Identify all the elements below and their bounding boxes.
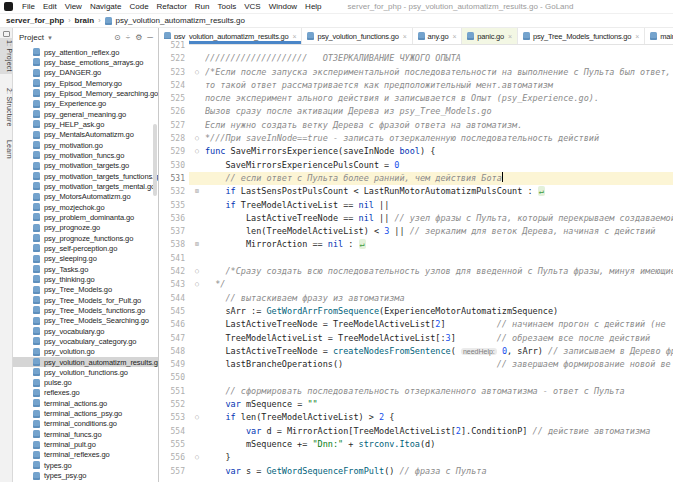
tree-file-terminal_reflexes.go[interactable]: terminal_reflexes.go [13,450,158,460]
menu-navigate[interactable]: Navigate [86,2,126,11]
settings-icon[interactable]: ⚙ [135,34,142,42]
tree-file-psy_prognoze.go[interactable]: psy_prognoze.go [13,223,158,233]
fold-marker-icon[interactable]: ⊞ [189,238,205,251]
tree-file-terminal_funcs.go[interactable]: terminal_funcs.go [13,429,158,439]
tree-file-terminal_actions.go[interactable]: terminal_actions.go [13,398,158,408]
tree-file-types.go[interactable]: types.go [13,460,158,470]
code-line-548[interactable]: 548 LastActiveTreeNode = createNodesFrom… [159,345,673,358]
code-line-556[interactable]: 556○ } [159,451,673,464]
fold-marker-icon[interactable]: ○ [189,145,205,158]
code-line-547[interactable]: 547 TreeModelActiveList = TreeModelActiv… [159,332,673,345]
project-tree-scrollbar[interactable] [153,124,157,196]
project-panel-title[interactable]: Project [19,33,44,42]
code-line-545[interactable]: 545 sArr := GetWordArrFromSequence(Exper… [159,305,673,318]
fold-marker-icon[interactable]: ○ [189,132,205,145]
chevron-down-icon[interactable]: ▼ [47,35,53,41]
tree-file-psy_DANGER.go[interactable]: psy_DANGER.go [13,68,158,78]
tree-file-types_psy.go[interactable]: types_psy.go [13,470,158,480]
menu-code[interactable]: Code [125,2,152,11]
code-line-532[interactable]: 532⊞ if LastSensPostPulsCount < LastRunM… [159,185,673,198]
menu-help[interactable]: Help [301,2,325,11]
code-line-523[interactable]: 523○/*Если после запуска экспериментальн… [159,66,673,79]
tree-file-psy_vocabulary.go[interactable]: psy_vocabulary.go [13,326,158,336]
tree-file-psy_Episod_Memory.go[interactable]: psy_Episod_Memory.go [13,78,158,88]
code-line-557[interactable]: 557 var s = GetWordSequenceFromPult() //… [159,465,673,478]
tree-file-psy_thinking.go[interactable]: psy_thinking.go [13,274,158,284]
tree-file-psy_motivation.go[interactable]: psy_motivation.go [13,140,158,150]
tool-window-button-project[interactable]: 1: Project [0,38,13,74]
tree-file-psy_vocabulary_category.go[interactable]: psy_vocabulary_category.go [13,336,158,346]
tree-file-psy_Experience.go[interactable]: psy_Experience.go [13,99,158,109]
tree-file-psy_attention_reflex.go[interactable]: psy_attention_reflex.go [13,47,158,57]
breadcrumb-item[interactable]: server_for_php [6,16,64,25]
tree-file-psy_general_meaning.go[interactable]: psy_general_meaning.go [13,109,158,119]
code-line-528[interactable]: 528○*///При saveInNode==true - записать … [159,132,673,145]
tree-file-psy_Episod_Memory_searching.go[interactable]: psy_Episod_Memory_searching.go [13,88,158,98]
code-line-529[interactable]: 529○func SaveMirrorsExperience(saveInNod… [159,145,673,158]
code-editor[interactable]: 521522//////////////////// ОТЗЕРКАЛИВАНИ… [159,39,673,482]
fold-marker-icon[interactable]: ○ [189,411,205,424]
code-line-538[interactable]: 538⊞ MirrorAction == nil : ↵ [159,238,673,251]
tree-file-psy_Tasks.go[interactable]: psy_Tasks.go [13,264,158,274]
code-line-522[interactable]: 522//////////////////// ОТЗЕРКАЛИВАНИЕ Ч… [159,52,673,65]
tree-file-psy_HELP_ask.go[interactable]: psy_HELP_ask.go [13,119,158,129]
code-line-551[interactable]: 551 // сформировать последовательность о… [159,385,673,398]
tree-file-psy_Tree_Models.go[interactable]: psy_Tree_Models.go [13,285,158,295]
tree-file-psy_motivation_targets_functions.go[interactable]: psy_motivation_targets_functions.go [13,171,158,181]
menu-file[interactable]: File [18,2,39,11]
tool-window-button-learn[interactable]: Learn [0,138,13,161]
code-line-535[interactable]: 535 if TreeModelActiveList == nil || [159,199,673,212]
tree-file-psy_problem_dominanta.go[interactable]: psy_problem_dominanta.go [13,212,158,222]
tree-file-psy_MotorsAutomatizm.go[interactable]: psy_MotorsAutomatizm.go [13,192,158,202]
tree-file-psy_volution_functions.go[interactable]: psy_volution_functions.go [13,367,158,377]
menu-edit[interactable]: Edit [39,2,61,11]
code-line-541[interactable]: 541 [159,252,673,265]
menu-run[interactable]: Run [191,2,214,11]
code-line-537[interactable]: 537 len(TreeModelActiveList) < 3 || // з… [159,225,673,238]
tree-file-reflexes.go[interactable]: reflexes.go [13,388,158,398]
hide-icon[interactable]: ─ [147,34,153,42]
code-line-549[interactable]: 549 lastBrancheOperations() // завершаем… [159,358,673,371]
tree-file-psy_volution.go[interactable]: psy_volution.go [13,347,158,357]
tree-file-terminal_pult.go[interactable]: terminal_pult.go [13,439,158,449]
tree-file-psy_sleeping.go[interactable]: psy_sleeping.go [13,254,158,264]
code-line-526[interactable]: 526Вызов сразу после активации Дерева из… [159,105,673,118]
tree-file-psy_motivation_targets_mental.go[interactable]: psy_motivation_targets_mental.go [13,181,158,191]
menu-vcs[interactable]: VCS [240,2,264,11]
breadcrumb-item[interactable]: psy_volution_automatizm_results.go [116,16,245,25]
tool-window-button-structure[interactable]: 2: Structure [0,86,13,129]
menu-window[interactable]: Window [265,2,301,11]
fold-marker-icon[interactable]: ○ [189,451,205,464]
menu-refactor[interactable]: Refactor [153,2,191,11]
code-line-553[interactable]: 553○ if len(TreeModelActiveList) > 2 { [159,411,673,424]
tree-file-psy_motivation_funcs.go[interactable]: psy_motivation_funcs.go [13,150,158,160]
tree-file-psy_Tree_Models_functions.go[interactable]: psy_Tree_Models_functions.go [13,305,158,315]
tree-file-psy_base_emotions_arrays.go[interactable]: psy_base_emotions_arrays.go [13,57,158,67]
breadcrumb-item[interactable]: brain [75,16,95,25]
tool-window-switcher-icon[interactable] [3,31,10,37]
fold-marker-icon[interactable]: ○ [189,66,205,79]
code-line-531[interactable]: 531 // если ответ с Пульта более ранний,… [159,172,673,185]
code-line-555[interactable]: 555 mSequence += "Dnn:" + strconv.Itoa(d… [159,438,673,451]
locate-icon[interactable]: ⊙ [114,34,121,42]
code-line-527[interactable]: 527Если нужно создать ветку Дерева с фра… [159,119,673,132]
code-line-546[interactable]: 546 LastActiveTreeNode = TreeModelActive… [159,318,673,331]
code-line-542[interactable]: 542○ /*Сразу создать всю последовательно… [159,265,673,278]
tree-file-psy_prognoze_functions.go[interactable]: psy_prognoze_functions.go [13,233,158,243]
tree-file-psy_MentalsAutomatizm.go[interactable]: psy_MentalsAutomatizm.go [13,130,158,140]
code-line-536[interactable]: 536 LastActiveTreeNode == nil || // узел… [159,212,673,225]
code-line-552[interactable]: 552 var mSequence = "" [159,398,673,411]
tree-file-psy_volution_automatizm_results.go[interactable]: psy_volution_automatizm_results.go [13,357,158,367]
tree-file-terminal_conditions.go[interactable]: terminal_conditions.go [13,419,158,429]
code-line-543[interactable]: 543○ */ [159,278,673,291]
collapse-all-icon[interactable]: ÷ [126,34,130,42]
code-line-524[interactable]: 524то такой ответ рассматривается как пр… [159,79,673,92]
menu-view[interactable]: View [61,2,86,11]
tree-file-pulse.go[interactable]: pulse.go [13,378,158,388]
tree-file-psy_Tree_Models_Searching.go[interactable]: psy_Tree_Models_Searching.go [13,316,158,326]
fold-marker-icon[interactable]: ⊞ [189,185,205,198]
fold-marker-icon[interactable]: ○ [189,265,205,278]
tree-file-terminal_actions_psy.go[interactable]: terminal_actions_psy.go [13,408,158,418]
fold-marker-icon[interactable]: ○ [189,278,205,291]
code-line-554[interactable]: 554 var d = MirrorAction[TreeModelActive… [159,425,673,438]
